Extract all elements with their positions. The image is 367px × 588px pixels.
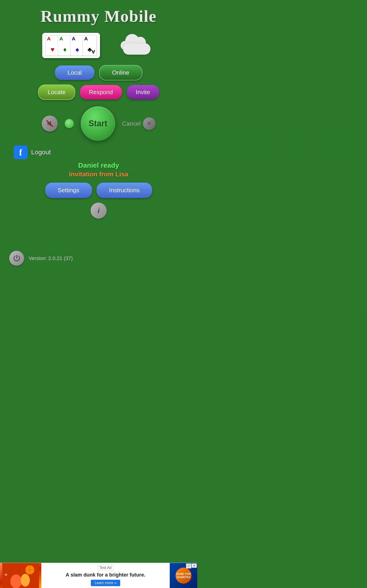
info-button[interactable]: i — [91, 203, 107, 219]
card-rank: A — [84, 36, 88, 41]
mode-buttons-row: Local Online — [55, 65, 142, 80]
card-suit: ♠ — [76, 46, 79, 53]
version-text: Version: 2.0.21 (37) — [29, 255, 73, 261]
card-spades: A ♠ — [70, 35, 84, 56]
info-icon: i — [98, 207, 100, 215]
card-rank: A — [47, 36, 51, 41]
instructions-button[interactable]: Instructions — [97, 183, 152, 198]
app-title: Rummy Mobile — [0, 0, 197, 28]
card-suit: ♣ — [88, 46, 92, 53]
player-dot — [65, 119, 74, 128]
status-area: Daniel ready Invitation from Lisa — [0, 162, 197, 178]
card-rank: A — [59, 36, 63, 41]
card-rank-bottom: A — [92, 49, 95, 55]
power-icon — [13, 254, 21, 262]
main-buttons-area: Local Online Locate Respond Invite Start… — [0, 65, 197, 141]
settings-button[interactable]: Settings — [45, 183, 92, 198]
controls-row: Start Cancel ✕ — [42, 106, 156, 141]
card-diamonds: A ♦ — [58, 35, 72, 56]
card-suit: ♥ — [51, 46, 55, 53]
ready-status: Daniel ready — [0, 162, 197, 169]
network-buttons-row: Locate Respond Invite — [38, 85, 159, 100]
card-hearts: A ♥ — [45, 35, 60, 56]
online-button[interactable]: Online — [99, 65, 142, 80]
cancel-x-icon: ✕ — [147, 121, 151, 127]
cloud-decoration — [118, 36, 155, 55]
cancel-label: Cancel — [122, 120, 141, 127]
bottom-buttons-row: Settings Instructions — [0, 183, 197, 198]
locate-button[interactable]: Locate — [38, 85, 75, 100]
mute-icon — [46, 120, 54, 128]
power-button[interactable] — [9, 251, 24, 266]
invitation-status: Invitation from Lisa — [0, 171, 197, 178]
fb-logout-row: f Logout — [14, 145, 197, 159]
start-button[interactable]: Start — [81, 106, 115, 141]
hero-row: A ♥ A ♦ A ♠ A ♣ A — [0, 33, 197, 58]
cancel-group: Cancel ✕ — [122, 117, 156, 130]
card-suit: ♦ — [63, 46, 67, 53]
card-clubs: A ♣ A — [83, 35, 97, 56]
invite-button[interactable]: Invite — [127, 85, 159, 99]
mute-button[interactable] — [42, 115, 58, 132]
power-area: Version: 2.0.21 (37) — [9, 251, 197, 266]
facebook-icon: f — [14, 145, 27, 159]
cancel-button[interactable]: ✕ — [143, 117, 156, 130]
logout-button[interactable]: Logout — [31, 149, 51, 156]
ad-spacer — [0, 270, 197, 298]
respond-button[interactable]: Respond — [80, 85, 122, 99]
local-button[interactable]: Local — [55, 65, 94, 80]
cards-container: A ♥ A ♦ A ♠ A ♣ A — [42, 33, 100, 58]
card-rank: A — [72, 36, 75, 41]
